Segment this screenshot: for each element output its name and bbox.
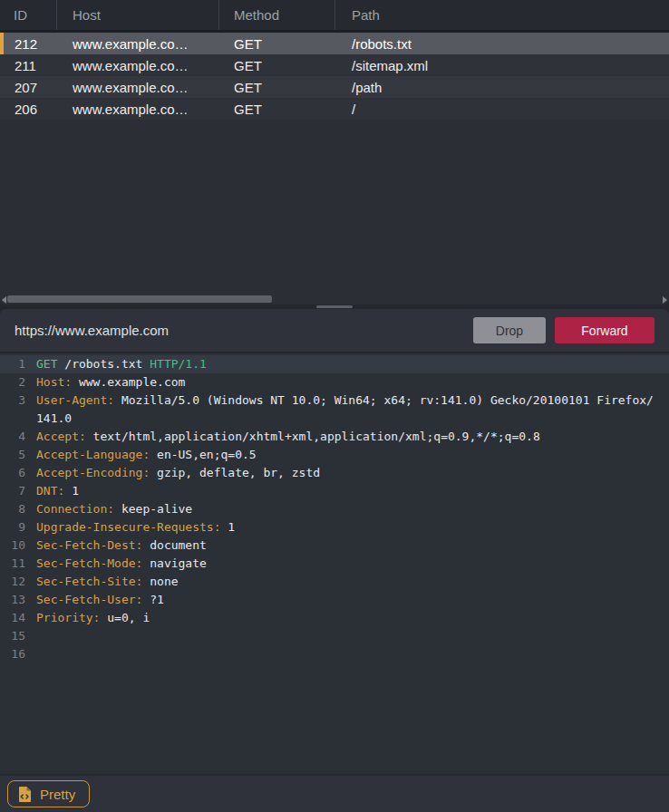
cell-id: 206 bbox=[0, 98, 57, 120]
request-url: https://www.example.com bbox=[15, 323, 473, 338]
editor-line[interactable]: 6 Accept-Encoding: gzip, deflate, br, zs… bbox=[0, 464, 669, 482]
line-number: 6 bbox=[0, 464, 36, 482]
cell-host: www.example.co… bbox=[57, 76, 219, 98]
line-number: 16 bbox=[0, 645, 36, 663]
column-header-host[interactable]: Host bbox=[57, 0, 219, 30]
line-number: 8 bbox=[0, 500, 36, 518]
editor-line[interactable]: 4 Accept: text/html,application/xhtml+xm… bbox=[0, 428, 669, 446]
column-header-path[interactable]: Path bbox=[335, 0, 669, 30]
table-row[interactable]: 212 www.example.co… GET /robots.txt bbox=[0, 33, 669, 54]
line-number: 11 bbox=[0, 555, 36, 573]
forward-button[interactable]: Forward bbox=[555, 317, 654, 343]
line-number: 1 bbox=[0, 355, 36, 373]
drop-button[interactable]: Drop bbox=[473, 317, 546, 343]
editor-line[interactable]: 11 Sec-Fetch-Mode: navigate bbox=[0, 555, 669, 573]
editor-line[interactable]: 1 GET /robots.txt HTTP/1.1 bbox=[0, 355, 669, 373]
request-url-bar: https://www.example.com Drop Forward bbox=[0, 309, 669, 352]
cell-path: /robots.txt bbox=[335, 33, 669, 54]
line-number: 10 bbox=[0, 536, 36, 555]
editor-line[interactable]: 3 User-Agent: Mozilla/5.0 (Windows NT 10… bbox=[0, 392, 669, 410]
column-header-method[interactable]: Method bbox=[219, 0, 335, 30]
editor-line[interactable]: 15 bbox=[0, 627, 669, 645]
editor-line[interactable]: 7 DNT: 1 bbox=[0, 482, 669, 500]
cell-path: /sitemap.xml bbox=[335, 54, 669, 76]
line-number: 5 bbox=[0, 446, 36, 464]
cell-path: / bbox=[335, 98, 669, 120]
table-row[interactable]: 207 www.example.co… GET /path bbox=[0, 76, 669, 98]
cell-host: www.example.co… bbox=[57, 33, 219, 54]
line-number: 12 bbox=[0, 573, 36, 591]
editor-line[interactable]: 8 Connection: keep-alive bbox=[0, 500, 669, 518]
cell-method: GET bbox=[219, 33, 335, 54]
editor-line[interactable]: 13 Sec-Fetch-User: ?1 bbox=[0, 591, 669, 609]
intercept-proxy-window: ID Host Method Path 212 www.example.co… … bbox=[0, 0, 669, 812]
line-number: 14 bbox=[0, 609, 36, 627]
table-row[interactable]: 211 www.example.co… GET /sitemap.xml bbox=[0, 54, 669, 76]
editor-line[interactable]: 2 Host: www.example.com bbox=[0, 373, 669, 392]
editor-line-wrap[interactable]: 141.0 bbox=[0, 410, 669, 428]
line-number bbox=[0, 410, 36, 428]
editor-line[interactable]: 14 Priority: u=0, i bbox=[0, 609, 669, 627]
table-row[interactable]: 206 www.example.co… GET / bbox=[0, 98, 669, 120]
cell-method: GET bbox=[219, 76, 335, 98]
table-header: ID Host Method Path bbox=[0, 0, 669, 30]
line-number: 7 bbox=[0, 482, 36, 500]
cell-path: /path bbox=[335, 76, 669, 98]
scrollbar-thumb[interactable] bbox=[7, 295, 272, 303]
line-number: 15 bbox=[0, 627, 36, 645]
horizontal-scrollbar[interactable] bbox=[0, 295, 669, 304]
cell-id: 212 bbox=[0, 33, 57, 54]
editor-footer-bar: Pretty bbox=[0, 776, 669, 812]
editor-line[interactable]: 5 Accept-Language: en-US,en;q=0.5 bbox=[0, 446, 669, 464]
cell-host: www.example.co… bbox=[57, 54, 219, 76]
request-editor[interactable]: 1 GET /robots.txt HTTP/1.1 2 Host: www.e… bbox=[0, 353, 669, 774]
intercept-queue-pane: ID Host Method Path 212 www.example.co… … bbox=[0, 0, 669, 304]
cell-method: GET bbox=[219, 54, 335, 76]
scroll-right-icon[interactable] bbox=[663, 296, 667, 304]
pretty-label: Pretty bbox=[40, 787, 75, 802]
pretty-toggle-button[interactable]: Pretty bbox=[7, 780, 90, 807]
editor-line[interactable]: 16 bbox=[0, 645, 669, 663]
line-number: 2 bbox=[0, 373, 36, 392]
cell-id: 211 bbox=[0, 54, 57, 76]
line-number: 3 bbox=[0, 392, 36, 410]
line-number: 9 bbox=[0, 518, 36, 536]
editor-line[interactable]: 10 Sec-Fetch-Dest: document bbox=[0, 536, 669, 555]
line-number: 4 bbox=[0, 428, 36, 446]
cell-host: www.example.co… bbox=[57, 98, 219, 120]
cell-id: 207 bbox=[0, 76, 57, 98]
editor-line[interactable]: 9 Upgrade-Insecure-Requests: 1 bbox=[0, 518, 669, 536]
cell-method: GET bbox=[219, 98, 335, 120]
column-header-id[interactable]: ID bbox=[0, 0, 57, 30]
code-file-icon bbox=[18, 787, 32, 802]
line-number: 13 bbox=[0, 591, 36, 609]
splitter-grip-icon[interactable] bbox=[316, 305, 353, 308]
scroll-left-icon[interactable] bbox=[2, 296, 6, 304]
request-detail-pane: https://www.example.com Drop Forward 1 G… bbox=[0, 309, 669, 812]
editor-line[interactable]: 12 Sec-Fetch-Site: none bbox=[0, 573, 669, 591]
